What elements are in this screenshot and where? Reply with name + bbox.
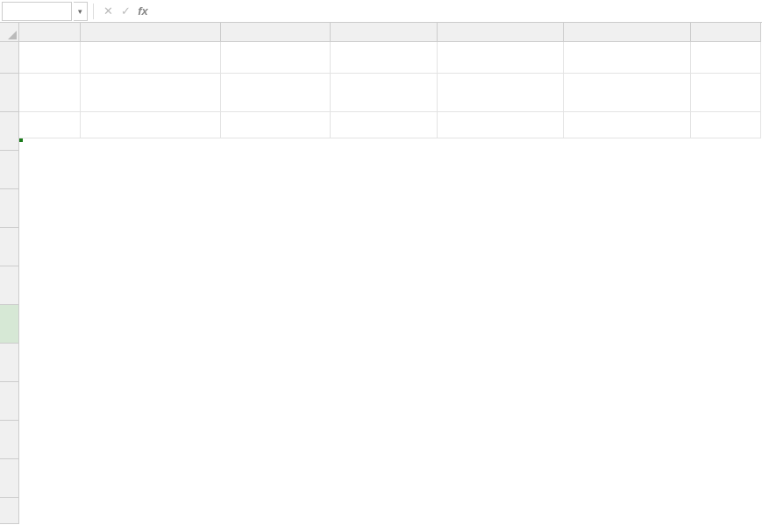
formula-bar: ▾ ✕ ✓ fx bbox=[0, 0, 762, 23]
header-item-name[interactable] bbox=[81, 74, 221, 112]
row-header-5[interactable] bbox=[0, 189, 19, 228]
cell[interactable] bbox=[221, 42, 331, 74]
col-header-D[interactable] bbox=[331, 23, 438, 42]
cell[interactable] bbox=[221, 112, 331, 138]
cell[interactable] bbox=[19, 74, 81, 112]
row-header-9[interactable] bbox=[0, 344, 19, 382]
row-header-1[interactable] bbox=[0, 42, 19, 74]
column-headers bbox=[19, 23, 762, 42]
cell[interactable] bbox=[19, 42, 81, 74]
row-header-2[interactable] bbox=[0, 74, 19, 112]
cell[interactable] bbox=[438, 42, 564, 74]
col-header-G[interactable] bbox=[691, 23, 761, 42]
col-header-F[interactable] bbox=[564, 23, 691, 42]
spreadsheet-grid bbox=[0, 23, 762, 532]
cell[interactable] bbox=[331, 42, 438, 74]
cell[interactable] bbox=[438, 112, 564, 138]
cell[interactable] bbox=[81, 112, 221, 138]
separator bbox=[93, 4, 94, 19]
cell[interactable] bbox=[691, 74, 761, 112]
cancel-icon[interactable]: ✕ bbox=[99, 3, 117, 20]
cell[interactable] bbox=[331, 112, 438, 138]
cell[interactable] bbox=[564, 74, 691, 112]
cell[interactable] bbox=[564, 42, 691, 74]
select-all-corner[interactable] bbox=[0, 23, 19, 42]
col-header-E[interactable] bbox=[438, 23, 564, 42]
name-box[interactable] bbox=[2, 2, 72, 21]
enter-icon[interactable]: ✓ bbox=[117, 3, 134, 20]
cell[interactable] bbox=[19, 112, 81, 138]
copy-marquee bbox=[19, 138, 23, 142]
col-header-B[interactable] bbox=[81, 23, 221, 42]
row-header-11[interactable] bbox=[0, 421, 19, 459]
cell[interactable] bbox=[691, 112, 761, 138]
cell[interactable] bbox=[81, 42, 221, 74]
cell[interactable] bbox=[564, 112, 691, 138]
row-header-13[interactable] bbox=[0, 498, 19, 524]
fx-icon[interactable]: fx bbox=[134, 3, 152, 20]
col-header-A[interactable] bbox=[19, 23, 81, 42]
row-header-8[interactable] bbox=[0, 305, 19, 344]
row-header-3[interactable] bbox=[0, 112, 19, 151]
name-box-dropdown-icon[interactable]: ▾ bbox=[74, 2, 88, 21]
cells-area[interactable] bbox=[19, 42, 762, 532]
cell[interactable] bbox=[691, 42, 761, 74]
row-header-6[interactable] bbox=[0, 228, 19, 266]
header-buy-price[interactable] bbox=[331, 74, 438, 112]
col-header-C[interactable] bbox=[221, 23, 331, 42]
row-header-7[interactable] bbox=[0, 266, 19, 305]
row-header-4[interactable] bbox=[0, 151, 19, 189]
row-header-12[interactable] bbox=[0, 459, 19, 498]
row-headers bbox=[0, 42, 19, 532]
row-header-10[interactable] bbox=[0, 382, 19, 421]
header-sell-price[interactable] bbox=[221, 74, 331, 112]
formula-input[interactable] bbox=[152, 2, 762, 21]
header-profit-loss[interactable] bbox=[438, 74, 564, 112]
